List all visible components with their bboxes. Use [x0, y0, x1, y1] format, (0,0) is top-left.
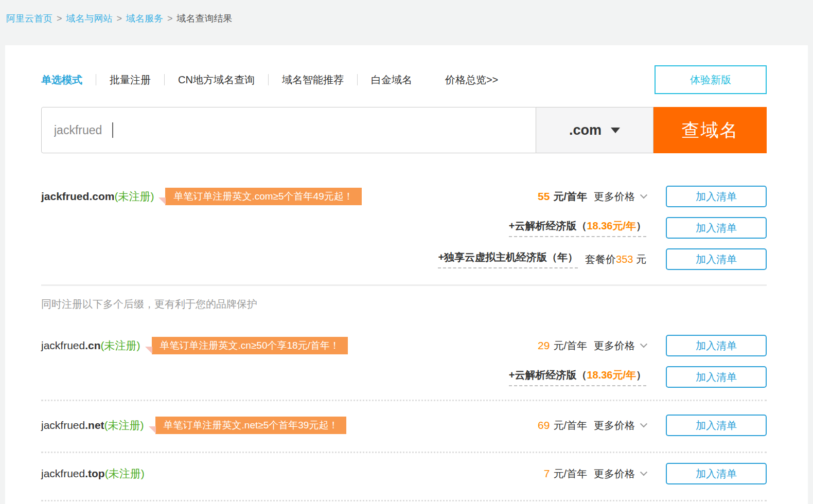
price-unit: 元/首年: [553, 467, 587, 481]
add-to-list-button[interactable]: 加入清单: [666, 463, 767, 484]
breadcrumb-link-home[interactable]: 阿里云首页: [6, 13, 52, 24]
domain-search-bar: .com 查域名: [41, 107, 767, 153]
result-row-top: jackfrued.top(未注册) 7 元/首年 更多价格 加入清单: [41, 463, 767, 484]
chevron-down-icon[interactable]: [640, 340, 647, 348]
try-new-version-button[interactable]: 体验新版: [655, 65, 767, 94]
more-prices-toggle[interactable]: 更多价格: [594, 190, 635, 204]
breadcrumb-current: 域名查询结果: [177, 13, 233, 24]
domain-name: jackfrued.com(未注册): [41, 189, 154, 204]
add-to-list-button[interactable]: 加入清单: [666, 366, 767, 388]
chevron-down-icon[interactable]: [640, 420, 647, 427]
add-to-list-button[interactable]: 加入清单: [666, 248, 767, 270]
price-overview-link[interactable]: 价格总览>>: [445, 73, 498, 87]
tab-platinum-domain[interactable]: 白金域名: [371, 73, 412, 87]
domain-name: jackfrued.top(未注册): [41, 466, 145, 481]
more-prices-toggle[interactable]: 更多价格: [594, 467, 635, 481]
chevron-down-icon[interactable]: [640, 469, 647, 476]
search-domain-button[interactable]: 查域名: [653, 107, 767, 153]
result-row-com: jackfrued.com(未注册) 单笔订单注册英文.com≥5个首年49元起…: [41, 186, 767, 207]
breadcrumb-link-domain-service[interactable]: 域名服务: [126, 13, 163, 24]
price-group: 7 元/首年 更多价格: [544, 467, 646, 481]
addon-dns-label[interactable]: +云解析经济版（18.36元/年）: [509, 219, 646, 237]
status-unregistered: (未注册): [114, 190, 154, 202]
tab-cn-local-query[interactable]: CN地方域名查询: [178, 73, 255, 87]
brand-protection-tip: 同时注册以下多个后缀，更有利于您的品牌保护: [41, 297, 767, 311]
addon-host-label[interactable]: +独享云虚拟主机经济版（年）: [438, 250, 578, 268]
row-divider: [41, 400, 767, 401]
addon-row-dns: +云解析经济版（18.36元/年） 加入清单: [41, 217, 767, 239]
package-price: 套餐价353 元: [585, 253, 646, 266]
tab-divider: [164, 74, 165, 85]
addon-row-dns: +云解析经济版（18.36元/年） 加入清单: [41, 366, 767, 388]
promo-badge: 单笔订单注册英文.net≥5个首年39元起！: [155, 417, 347, 434]
row-divider: [41, 452, 767, 453]
price-value: 55: [538, 190, 550, 203]
breadcrumb-separator: >: [117, 13, 122, 24]
price-unit: 元/首年: [553, 419, 587, 433]
dropdown-arrow-icon: [611, 128, 620, 133]
add-to-list-button[interactable]: 加入清单: [666, 335, 767, 356]
price-group: 29 元/首年 更多价格: [538, 339, 646, 353]
breadcrumb-separator: >: [57, 13, 62, 24]
tab-divider: [268, 74, 269, 85]
price-value: 69: [538, 419, 550, 431]
more-prices-toggle[interactable]: 更多价格: [594, 419, 635, 433]
add-to-list-button[interactable]: 加入清单: [666, 217, 767, 239]
tld-dropdown[interactable]: .com: [536, 107, 653, 153]
add-to-list-button[interactable]: 加入清单: [666, 186, 767, 207]
more-prices-toggle[interactable]: 更多价格: [594, 339, 635, 353]
price-value: 29: [538, 339, 550, 352]
tab-divider: [357, 74, 358, 85]
mode-tabs: 单选模式 批量注册 CN地方域名查询 域名智能推荐 白金域名 价格总览>> 体验…: [41, 45, 767, 94]
domain-name: jackfrued.net(未注册): [41, 418, 144, 433]
row-divider: [41, 500, 767, 501]
price-group: 55 元/首年 更多价格: [538, 190, 646, 204]
results-card: 单选模式 批量注册 CN地方域名查询 域名智能推荐 白金域名 价格总览>> 体验…: [5, 45, 808, 504]
tld-selected-value: .com: [569, 122, 602, 138]
domain-name: jackfrued.cn(未注册): [41, 338, 140, 353]
price-unit: 元/首年: [553, 190, 587, 204]
price-group: 69 元/首年 更多价格: [538, 419, 646, 433]
status-unregistered: (未注册): [101, 339, 140, 351]
search-input-wrap: [41, 107, 536, 153]
text-caret: [112, 122, 113, 138]
tab-batch-register[interactable]: 批量注册: [110, 73, 151, 87]
price-unit: 元/首年: [553, 339, 587, 353]
addon-price: 18.36元/年: [587, 369, 636, 381]
chevron-down-icon[interactable]: [640, 191, 647, 199]
add-to-list-button[interactable]: 加入清单: [666, 415, 767, 436]
promo-badge: 单笔订单注册英文.com≥5个首年49元起！: [165, 188, 361, 205]
addon-price: 18.36元/年: [587, 220, 636, 231]
promo-badge: 单笔订单注册英文.cn≥50个享18元/首年！: [152, 337, 348, 354]
price-value: 7: [544, 467, 550, 480]
breadcrumb-link-domain-website[interactable]: 域名与网站: [66, 13, 113, 24]
result-row-cn: jackfrued.cn(未注册) 单笔订单注册英文.cn≥50个享18元/首年…: [41, 335, 767, 356]
result-row-net: jackfrued.net(未注册) 单笔订单注册英文.net≥5个首年39元起…: [41, 415, 767, 436]
breadcrumb-separator: >: [167, 13, 173, 24]
breadcrumb: 阿里云首页>域名与网站>域名服务>域名查询结果: [0, 0, 813, 45]
status-unregistered: (未注册): [104, 419, 144, 431]
tab-single-mode[interactable]: 单选模式: [41, 73, 82, 87]
tab-smart-recommend[interactable]: 域名智能推荐: [282, 73, 344, 87]
section-divider: [41, 284, 767, 286]
addon-row-host: +独享云虚拟主机经济版（年） 套餐价353 元 加入清单: [41, 248, 767, 270]
tab-divider: [96, 74, 96, 85]
status-unregistered: (未注册): [105, 467, 145, 479]
addon-dns-label[interactable]: +云解析经济版（18.36元/年）: [509, 368, 646, 386]
domain-search-input[interactable]: [41, 107, 536, 153]
